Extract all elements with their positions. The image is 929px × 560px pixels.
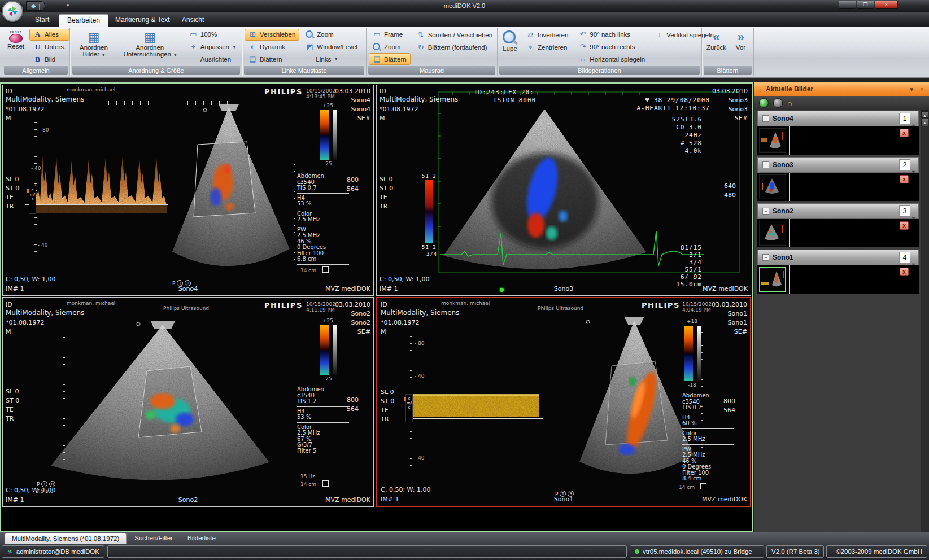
window-level-button[interactable]: ◩ Window/Level	[302, 41, 361, 53]
back-icon: «	[713, 30, 719, 44]
untersuchung-button[interactable]: U Unters.	[29, 41, 69, 53]
maximize-button[interactable]: ❐	[857, 1, 874, 9]
anordnen-bilder-button[interactable]: ▦ Anordnen Bilder ▾	[73, 29, 115, 65]
scroll-top-button[interactable]: ▲	[921, 110, 928, 118]
ausrichten-button[interactable]: Ausrichten	[185, 53, 239, 65]
dynamik-button[interactable]: ◐ Dynamik	[245, 41, 299, 53]
thumbnail-sono3[interactable]	[759, 174, 786, 199]
alles-button[interactable]: A Alles	[29, 29, 69, 41]
bild-button[interactable]: B Bild	[29, 53, 69, 65]
thumbnail-sono1-selected[interactable]	[759, 267, 786, 292]
param-line: 8.4 cm	[682, 476, 739, 482]
window-center-width: C: 0,50; W: 1,00	[380, 275, 430, 283]
tr-label: TR	[6, 203, 14, 210]
loop-icon: ↻	[417, 43, 425, 51]
home-button[interactable]: ⌂	[787, 98, 792, 108]
viewport-sono2[interactable]: ID monkman, michael MultiModality, Sieme…	[2, 297, 374, 507]
minimize-button[interactable]: –	[839, 1, 856, 9]
scale-neg40: - 40	[38, 242, 48, 248]
zoom-100-button[interactable]: ▭ 100%	[185, 29, 239, 41]
depth-checkbox[interactable]	[322, 480, 329, 487]
st-label: ST 0	[380, 185, 393, 192]
sidebar-scrollbar[interactable]: ▲ ▲	[921, 110, 929, 532]
anpassen-button[interactable]: ⌖ Anpassen ▾	[185, 41, 239, 53]
sidebar-group-sono1[interactable]: − Sono1 4 ▼	[757, 250, 919, 265]
remove-image-button[interactable]: x	[900, 221, 909, 230]
sidebar-group-sono2[interactable]: − Sono2 3 ▼	[757, 203, 919, 219]
page-icon: ▤	[248, 55, 257, 63]
nav-forward-button[interactable]: →	[773, 98, 783, 108]
tab-suchen-filter[interactable]: Suchen/Filter	[128, 533, 180, 544]
sidebar-group-sono3[interactable]: − Sono3 2 ▼	[757, 157, 919, 173]
rotate-right-button[interactable]: ↷ 90° nach rechts	[574, 41, 649, 53]
group-bildoperationen: Lupe ⇄ Invertieren ⌖ Zentrieren ↶ 90° na…	[498, 28, 702, 76]
window-center-width: C: 0,50; W: 1,00	[381, 486, 431, 493]
scroll-up-button[interactable]: ▲	[921, 119, 928, 126]
tab-markierung-text[interactable]: Markierung & Text	[107, 14, 178, 27]
quick-access-toolbar[interactable]: ◆ |	[26, 1, 45, 11]
image-number: IM# 1	[6, 285, 24, 292]
invertieren-button[interactable]: ⇄ Invertieren	[522, 29, 572, 41]
zoom-wheel-button[interactable]: Zoom	[369, 41, 411, 53]
grayscale-bar	[333, 325, 337, 375]
tab-bearbeiten[interactable]: Bearbeiten	[59, 14, 108, 27]
blaettern-button[interactable]: ▤ Blättern	[245, 53, 299, 65]
quick-access-caret-icon[interactable]: ▾	[67, 2, 69, 8]
reset-button[interactable]: RESET Reset	[5, 29, 27, 65]
thumbnail-sono4[interactable]	[759, 128, 786, 153]
panel-menu-caret-icon[interactable]: ▼	[909, 86, 914, 93]
collapse-icon[interactable]: −	[762, 208, 769, 215]
st-label: ST 0	[6, 185, 19, 192]
zoom-button[interactable]: Zoom	[302, 29, 361, 41]
panel-close-icon[interactable]: ×	[920, 86, 923, 93]
zurueck-button[interactable]: « Zurück	[705, 29, 729, 65]
application-menu-orb[interactable]	[2, 1, 23, 22]
remove-image-button[interactable]: x	[900, 268, 909, 276]
param-line: 60 %	[682, 421, 739, 427]
colorbar-max: 51 2	[422, 173, 437, 179]
depth-checkbox[interactable]	[322, 266, 329, 273]
links-dropdown[interactable]: Links ▾	[302, 53, 361, 65]
sidebar-group-sono4[interactable]: − Sono4 1 ▼	[757, 111, 919, 126]
viewport-sono1[interactable]: ID monkman, michael MultiModality, Sieme…	[376, 297, 751, 507]
st-label: ST 0	[381, 397, 394, 405]
remove-image-button[interactable]: x	[900, 129, 909, 137]
velocity-unit-tab: cm/s	[405, 394, 413, 422]
birthdate-label: *01.08.1972	[381, 319, 419, 326]
frame-button[interactable]: ▭ Frame	[369, 29, 411, 41]
viewport-sono4[interactable]: ID monkman, michael MultiModality, Sieme…	[2, 85, 374, 296]
tab-study-multimodality[interactable]: MultiModality, Siemens (*01.08.1972)	[5, 533, 127, 544]
blaettern-fortlaufend-button[interactable]: ↻ Blättern (fortlaufend)	[413, 41, 496, 53]
patient-name: monkman, michael	[67, 300, 115, 306]
series-name: Sono1	[554, 496, 573, 503]
vor-button[interactable]: » Vor	[731, 29, 751, 65]
lupe-button[interactable]: Lupe	[500, 29, 520, 65]
thumbnail-sono2[interactable]	[759, 221, 786, 246]
remove-image-button[interactable]: x	[900, 175, 909, 183]
viewport-sono3[interactable]: ID MultiModality, Siemens *01.08.1972 M …	[376, 85, 751, 296]
quick-access-icon[interactable]: ◆	[31, 2, 36, 10]
rotate-left-button[interactable]: ↶ 90° nach links	[574, 29, 649, 41]
res-width: 640	[724, 182, 736, 190]
tab-bilderliste[interactable]: Bilderliste	[181, 533, 223, 544]
collapse-icon[interactable]: −	[762, 115, 769, 122]
scrollen-verschieben-button[interactable]: ⇅ Scrollen / Verschieben	[413, 29, 496, 41]
zentrieren-button[interactable]: ⌖ Zentrieren	[522, 41, 572, 53]
nav-back-button[interactable]: ←	[759, 98, 769, 108]
verschieben-button[interactable]: ⊞ Verschieben	[245, 29, 299, 41]
param-line: Filter 5	[297, 448, 354, 454]
tab-ansicht[interactable]: Ansicht	[174, 14, 212, 27]
collapse-icon[interactable]: −	[762, 254, 769, 261]
blaettern-wheel-button[interactable]: ▤ Blättern	[369, 53, 411, 65]
param-line: 2.5 MHz	[297, 430, 354, 436]
tab-start[interactable]: Start	[27, 14, 57, 27]
patient-name: monkman, michael	[441, 300, 490, 306]
device-param: 24Hz	[685, 132, 703, 139]
anordnen-untersuchungen-button[interactable]: ▦ Anordnen Untersuchungen ▾	[117, 29, 183, 65]
collapse-icon[interactable]: −	[762, 161, 769, 168]
depth-checkbox[interactable]	[700, 483, 706, 489]
status-user: administrator@DB mediDOK	[2, 545, 104, 558]
study-tab-strip: MultiModality, Siemens (*01.08.1972) Suc…	[0, 532, 929, 544]
close-button[interactable]: ×	[875, 1, 898, 9]
flip-horizontal-button[interactable]: ↔ Horizontal spiegeln	[574, 53, 649, 65]
